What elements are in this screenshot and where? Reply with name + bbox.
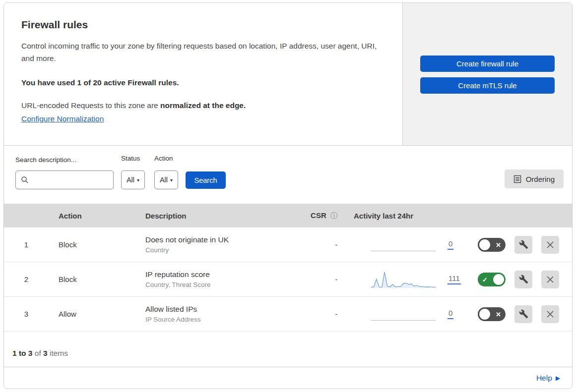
rule-description-cell: Allow listed IPs IP Source Address <box>135 305 299 323</box>
rule-action: Block <box>49 240 135 249</box>
csr-value: - <box>311 275 338 283</box>
normalization-bold: normalized at the edge. <box>160 101 246 110</box>
sparkline-chart <box>371 270 436 289</box>
actions-panel: Create firewall rule Create mTLS rule <box>403 3 572 145</box>
wrench-icon <box>519 309 528 319</box>
ordering-button-label: Ordering <box>526 175 555 183</box>
status-label: Status <box>121 155 140 162</box>
rule-csr-cell: - <box>299 240 349 249</box>
chevron-down-icon: ▾ <box>170 177 173 183</box>
rule-enable-toggle[interactable]: ✕ ✓ <box>478 273 506 286</box>
header-csr-label: CSR <box>311 211 326 220</box>
ordering-list-icon <box>513 175 521 183</box>
sparkline-empty <box>371 235 436 255</box>
configure-normalization-link[interactable]: Configure Normalization <box>21 114 104 123</box>
activity-count-link[interactable]: 0 <box>448 309 453 319</box>
arrow-right-icon: ▶ <box>556 375 560 382</box>
rule-fields: IP Source Address <box>145 316 299 323</box>
filter-bar: Search description... Status Action All … <box>4 146 572 204</box>
rule-controls: ✕ ✓ <box>478 305 572 323</box>
wrench-icon <box>519 240 528 249</box>
wrench-icon <box>519 275 528 284</box>
search-icon <box>21 176 29 184</box>
help-label: Help <box>536 374 552 383</box>
help-bar: Help ▶ <box>4 367 572 389</box>
rule-description: Allow listed IPs <box>145 305 299 314</box>
search-button[interactable]: Search <box>186 171 226 189</box>
rule-controls: ✕ ✓ <box>478 271 572 288</box>
table-row: 1 Block Does not originate in UK Country… <box>4 227 572 262</box>
page-description: Control incoming traffic to your zone by… <box>21 40 379 64</box>
pagination-summary: 1 to 3 of 3 items <box>4 332 572 367</box>
rule-activity-cell: 111 <box>349 270 478 289</box>
header-activity: Activity last 24hr <box>349 212 478 220</box>
usage-notice: You have used 1 of 20 active Firewall ru… <box>21 78 383 87</box>
rule-description: IP reputation score <box>145 270 299 279</box>
close-icon <box>546 276 554 283</box>
toggle-check-icon: ✓ <box>482 276 488 283</box>
table-header-row: Action Description CSR ⓘ Activity last 2… <box>4 204 572 227</box>
header-csr: CSR ⓘ <box>299 211 349 221</box>
status-dropdown-value: All <box>127 176 134 184</box>
csr-value: - <box>311 240 338 249</box>
search-input[interactable] <box>32 176 113 184</box>
sparkline-empty <box>371 304 436 324</box>
rule-description: Does not originate in UK <box>145 235 299 244</box>
info-icon[interactable]: ⓘ <box>330 212 337 220</box>
normalization-text: URL-encoded Requests to this zone are <box>21 101 160 110</box>
close-icon <box>546 241 554 249</box>
rule-priority: 1 <box>4 240 49 249</box>
delete-rule-button[interactable] <box>541 305 559 323</box>
edit-rule-button[interactable] <box>514 305 532 323</box>
search-label: Search description... <box>15 156 76 164</box>
rule-enable-toggle[interactable]: ✕ ✓ <box>478 307 506 321</box>
page-title: Firewall rules <box>21 19 383 31</box>
help-link[interactable]: Help ▶ <box>536 374 560 383</box>
header-activity-label: Activity last 24hr <box>349 212 413 220</box>
toggle-x-icon: ✕ <box>496 310 501 318</box>
chevron-down-icon: ▾ <box>137 177 139 183</box>
toggle-x-icon: ✕ <box>496 241 501 248</box>
header-section: Firewall rules Control incoming traffic … <box>4 3 572 146</box>
edit-rule-button[interactable] <box>514 271 532 288</box>
create-firewall-rule-button[interactable]: Create firewall rule <box>420 56 555 72</box>
delete-rule-button[interactable] <box>541 271 559 288</box>
header-action: Action <box>49 212 135 220</box>
items-label: items <box>50 349 68 357</box>
table-row: 3 Allow Allow listed IPs IP Source Addre… <box>4 297 572 332</box>
search-input-wrapper <box>15 170 114 189</box>
rule-controls: ✕ ✓ <box>478 236 572 254</box>
activity-count-link[interactable]: 111 <box>448 274 461 284</box>
action-label: Action <box>154 155 173 162</box>
header-text-block: Firewall rules Control incoming traffic … <box>4 3 403 145</box>
normalization-notice: URL-encoded Requests to this zone are no… <box>21 101 383 110</box>
action-dropdown[interactable]: All ▾ <box>154 170 178 189</box>
rule-csr-cell: - <box>299 310 349 319</box>
header-description: Description <box>135 212 299 220</box>
rule-priority: 3 <box>4 310 49 318</box>
toggle-knob <box>479 239 490 250</box>
create-mtls-rule-button[interactable]: Create mTLS rule <box>420 77 555 94</box>
firewall-rules-panel: Firewall rules Control incoming traffic … <box>3 2 573 389</box>
rule-enable-toggle[interactable]: ✕ ✓ <box>478 238 506 252</box>
csr-value: - <box>311 310 338 318</box>
rule-description-cell: IP reputation score Country, Threat Scor… <box>135 270 299 288</box>
rule-action: Allow <box>49 310 135 318</box>
toggle-knob <box>493 274 504 285</box>
items-range: 1 to 3 <box>12 349 32 357</box>
delete-rule-button[interactable] <box>541 236 559 254</box>
activity-count-link[interactable]: 0 <box>448 239 453 250</box>
toggle-knob <box>479 309 490 320</box>
action-dropdown-value: All <box>160 176 168 184</box>
of-label: of <box>35 349 41 357</box>
rule-activity-cell: 0 <box>349 235 478 255</box>
status-dropdown[interactable]: All ▾ <box>121 170 145 189</box>
rule-activity-cell: 0 <box>349 304 478 324</box>
rule-csr-cell: - <box>299 275 349 284</box>
rule-description-cell: Does not originate in UK Country <box>135 235 299 254</box>
table-row: 2 Block IP reputation score Country, Thr… <box>4 262 572 297</box>
ordering-button[interactable]: Ordering <box>505 169 564 188</box>
rule-priority: 2 <box>4 275 49 283</box>
edit-rule-button[interactable] <box>514 236 532 254</box>
rule-fields: Country <box>145 246 299 254</box>
